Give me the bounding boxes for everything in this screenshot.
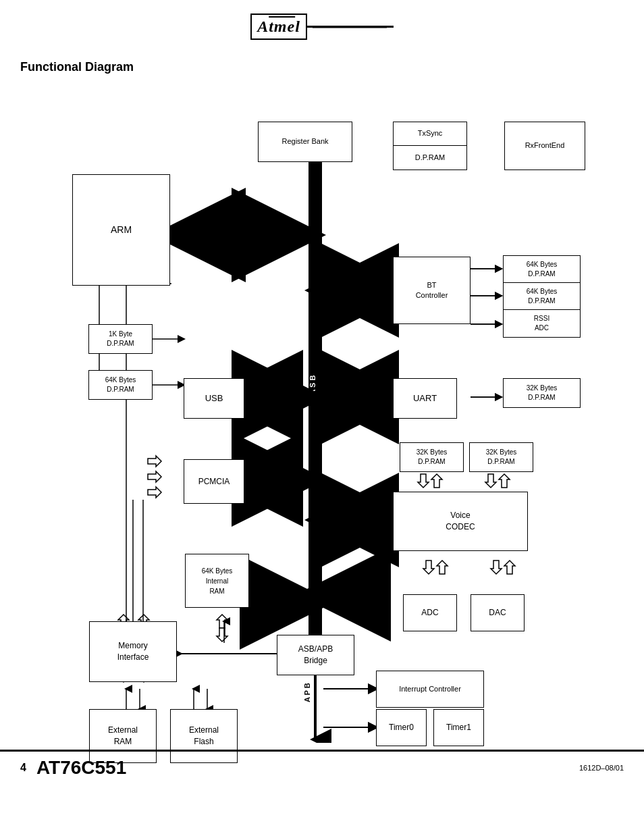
memory-interface-box: Memory Interface [89, 621, 177, 682]
footer-reference: 1612D–08/01 [579, 764, 624, 772]
svg-marker-29 [217, 615, 227, 628]
header: Atmel [0, 0, 644, 47]
bt-dpram2-box: 64K Bytes D.P.RAM [503, 282, 581, 311]
asb-apb-bridge-box: ASB/APB Bridge [277, 635, 354, 675]
txsync-box: TxSync [393, 122, 467, 146]
atmel-logo: Atmel [250, 14, 307, 40]
svg-marker-38 [499, 474, 510, 488]
uart-dpram-box: 32K Bytes D.P.RAM [503, 378, 581, 408]
dpram-32k-left-box: 32K Bytes D.P.RAM [400, 442, 464, 472]
svg-marker-22 [148, 456, 161, 467]
arm-box: ARM [72, 174, 170, 286]
page-title: Functional Diagram [0, 47, 644, 81]
usb-box: USB [184, 378, 244, 419]
svg-marker-36 [431, 474, 442, 488]
timer1-box: Timer1 [433, 709, 484, 746]
adc-box: ADC [403, 594, 457, 631]
interrupt-controller-box: Interrupt Controller [376, 671, 484, 708]
svg-rect-0 [308, 122, 322, 642]
footer: 4 AT76C551 1612D–08/01 [0, 750, 644, 784]
register-bank-box: Register Bank [258, 122, 352, 162]
voice-codec-box: Voice CODEC [393, 492, 528, 551]
rssi-adc-box: RSSI ADC [503, 309, 581, 338]
svg-marker-31 [423, 561, 434, 574]
dpram-64k-box: 64K Bytes D.P.RAM [88, 370, 153, 400]
pcmcia-box: PCMCIA [184, 459, 244, 504]
internal-ram-box: 64K Bytes Internal RAM [185, 554, 249, 608]
dpram-1k-box: 1K Byte D.P.RAM [88, 324, 153, 354]
svg-marker-33 [491, 561, 502, 574]
svg-text:A S B: A S B [308, 375, 317, 394]
uart-box: UART [393, 378, 457, 419]
svg-marker-37 [485, 474, 496, 488]
logo-area: Atmel [20, 7, 624, 40]
svg-marker-23 [148, 471, 161, 482]
footer-chip-title: AT76C551 [36, 757, 126, 779]
logo-text: Atmel [257, 18, 300, 35]
txsync-dpram-box: D.P.RAM [393, 146, 467, 170]
footer-page-number: 4 [20, 762, 26, 774]
timer0-box: Timer0 [376, 709, 427, 746]
dac-box: DAC [471, 594, 525, 631]
rxfrontend-box: RxFrontEnd [504, 122, 585, 170]
svg-marker-34 [504, 561, 515, 574]
bt-controller-box: BT Controller [393, 257, 471, 324]
dpram-32k-right-box: 32K Bytes D.P.RAM [469, 442, 533, 472]
svg-marker-32 [437, 561, 448, 574]
svg-text:A P B: A P B [303, 683, 311, 702]
bt-dpram1-box: 64K Bytes D.P.RAM [503, 255, 581, 284]
diagram-container: A S B [18, 81, 626, 743]
svg-marker-30 [217, 628, 227, 642]
svg-marker-35 [418, 474, 429, 488]
svg-marker-24 [148, 487, 161, 498]
